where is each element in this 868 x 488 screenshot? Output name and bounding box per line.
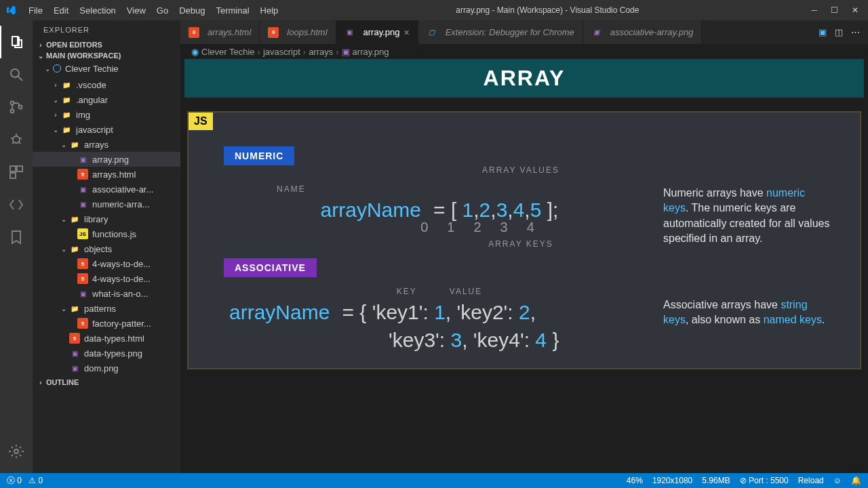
circle-icon: [53, 64, 61, 73]
feedback-icon[interactable]: ☺: [833, 476, 842, 485]
tree-item[interactable]: JSfunctions.js: [33, 226, 180, 241]
editor-tab[interactable]: ▣array.png×: [336, 20, 418, 44]
workspace-section[interactable]: ⌄MAIN (WORKSPACE): [33, 50, 180, 61]
svg-rect-13: [10, 173, 16, 178]
tree-item[interactable]: 5data-types.html: [33, 331, 180, 346]
sidebar-title: EXPLORER: [33, 20, 180, 39]
svg-point-3: [11, 110, 14, 113]
breadcrumbs[interactable]: ◉ Clever Techie› javascript› arrays› ▣ a…: [180, 44, 868, 59]
tree-item[interactable]: ⌄📁library: [33, 211, 180, 226]
tree-item[interactable]: ⌄📁javascript: [33, 122, 180, 137]
menu-file[interactable]: File: [23, 5, 48, 16]
image-icon: ▣: [342, 47, 350, 57]
assoc-description: Associative arrays have string keys, als…: [663, 277, 833, 328]
editor-tab[interactable]: ▣associative-array.png: [583, 20, 703, 44]
editor-tab[interactable]: 5loops.html: [260, 20, 336, 44]
tree-item[interactable]: ▣array.png: [33, 152, 180, 167]
menu-help[interactable]: Help: [255, 5, 284, 16]
values-caption: ARRAY VALUES: [216, 165, 663, 175]
extensions-icon[interactable]: [0, 156, 33, 188]
tree-item[interactable]: 54-ways-to-de...: [33, 271, 180, 286]
assoc-code: arrayName = { 'key1': 1, 'key2': 2,: [229, 300, 663, 324]
tree-item[interactable]: ⌄📁objects: [33, 241, 180, 256]
bell-icon[interactable]: 🔔: [851, 476, 861, 485]
tree-root[interactable]: ⌄Clever Techie: [33, 61, 180, 76]
svg-point-4: [19, 106, 22, 109]
numeric-description: Numeric arrays have numeric keys. The nu…: [663, 165, 833, 247]
editor-tab[interactable]: 5arrays.html: [180, 20, 260, 44]
editor-area: 5arrays.html5loops.html▣array.png×▢Exten…: [180, 20, 868, 473]
kv-captions: KEYVALUE: [216, 287, 663, 296]
keys-caption: ARRAY KEYS: [216, 239, 663, 249]
tab-close-icon[interactable]: ×: [404, 27, 410, 38]
maximize-icon[interactable]: ☐: [831, 5, 838, 15]
activity-bar: [0, 20, 33, 473]
assoc-code-2: 'key3': 3, 'key4': 4 }: [389, 328, 663, 352]
search-icon[interactable]: [0, 58, 33, 91]
split-icon[interactable]: ◫: [835, 27, 843, 37]
tree-item[interactable]: ›📁img: [33, 107, 180, 122]
menu-selection[interactable]: Selection: [74, 5, 121, 16]
debug-icon[interactable]: [0, 123, 33, 156]
js-badge: JS: [189, 113, 213, 130]
menu-edit[interactable]: Edit: [48, 5, 74, 16]
liveserver-port[interactable]: ⊘ Port : 5500: [740, 476, 789, 485]
menu-bar: File Edit Selection View Go Debug Termin…: [23, 5, 283, 16]
reload-button[interactable]: Reload: [798, 476, 824, 485]
tree-item[interactable]: 5arrays.html: [33, 167, 180, 182]
tree-item[interactable]: 5factory-patter...: [33, 316, 180, 331]
target-icon: ◉: [191, 47, 199, 57]
svg-line-10: [18, 142, 20, 144]
tree-item[interactable]: ⌄📁arrays: [33, 137, 180, 152]
svg-point-14: [14, 449, 18, 453]
status-bar: ⓧ 0 ⚠ 0 46% 1920x1080 5.96MB ⊘ Port : 55…: [0, 473, 868, 488]
image-viewer[interactable]: ARRAY JS NUMERIC ARRAY VALUES NAME array…: [180, 59, 868, 473]
menu-debug[interactable]: Debug: [174, 5, 210, 16]
sidebar: EXPLORER ›OPEN EDITORS ⌄MAIN (WORKSPACE)…: [33, 20, 180, 473]
name-caption: NAME: [277, 184, 663, 194]
remote-icon[interactable]: [0, 188, 33, 221]
numeric-keys: 01234: [216, 219, 663, 235]
menu-view[interactable]: View: [121, 5, 151, 16]
svg-line-1: [18, 77, 22, 81]
settings-icon[interactable]: [0, 435, 33, 468]
close-icon[interactable]: ✕: [852, 5, 859, 15]
minimize-icon[interactable]: ─: [811, 5, 817, 15]
bookmark-icon[interactable]: [0, 221, 33, 253]
tree-item[interactable]: ▣numeric-arra...: [33, 197, 180, 211]
svg-line-9: [12, 142, 14, 144]
slide-body: JS NUMERIC ARRAY VALUES NAME arrayName =…: [187, 111, 861, 369]
svg-rect-11: [10, 166, 16, 171]
open-editors-section[interactable]: ›OPEN EDITORS: [33, 39, 180, 50]
tree-item[interactable]: ›📁.vscode: [33, 77, 180, 92]
tree-item[interactable]: ▣dom.png: [33, 361, 180, 375]
svg-point-2: [11, 102, 14, 105]
editor-tab[interactable]: ▢Extension: Debugger for Chrome: [418, 20, 583, 44]
associative-label: ASSOCIATIVE: [224, 258, 317, 277]
tree-item[interactable]: ⌄📁.angular: [33, 92, 180, 107]
svg-point-0: [11, 69, 19, 77]
toolbar-icon[interactable]: ▣: [818, 27, 827, 37]
errors-indicator[interactable]: ⓧ 0: [7, 475, 22, 487]
warnings-indicator[interactable]: ⚠ 0: [28, 476, 43, 485]
svg-rect-12: [17, 166, 22, 171]
menu-terminal[interactable]: Terminal: [210, 5, 254, 16]
outline-section[interactable]: ›OUTLINE: [33, 377, 180, 388]
title-bar: File Edit Selection View Go Debug Termin…: [0, 0, 868, 20]
window-title: array.png - Main (Workspace) - Visual St…: [283, 5, 811, 15]
numeric-label: NUMERIC: [224, 146, 294, 165]
tree-item[interactable]: ▣what-is-an-o...: [33, 286, 180, 301]
tree-item[interactable]: ▣associative-ar...: [33, 182, 180, 197]
tree-item[interactable]: ⌄📁patterns: [33, 301, 180, 316]
more-icon[interactable]: ⋯: [851, 27, 860, 37]
image-dimensions: 1920x1080: [652, 476, 692, 485]
vscode-logo-icon: [5, 5, 16, 16]
menu-go[interactable]: Go: [151, 5, 174, 16]
explorer-icon[interactable]: [0, 26, 33, 58]
tabs-row: 5arrays.html5loops.html▣array.png×▢Exten…: [180, 20, 868, 44]
zoom-level[interactable]: 46%: [627, 476, 643, 485]
file-size: 5.96MB: [702, 476, 730, 485]
git-icon[interactable]: [0, 91, 33, 123]
tree-item[interactable]: ▣data-types.png: [33, 346, 180, 361]
tree-item[interactable]: 54-ways-to-de...: [33, 256, 180, 271]
